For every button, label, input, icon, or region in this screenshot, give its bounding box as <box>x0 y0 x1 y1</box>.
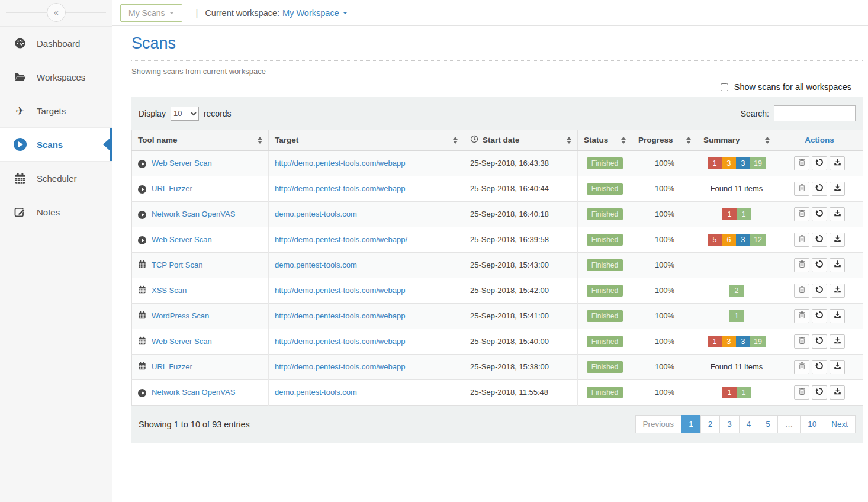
scan-name-link[interactable]: Web Server Scan <box>152 235 212 244</box>
main-content: Scans Showing scans from current workspa… <box>112 26 868 502</box>
search-input[interactable] <box>774 105 856 121</box>
restart-scan-button[interactable] <box>812 207 827 221</box>
scan-target: demo.pentest-tools.com <box>275 210 357 218</box>
workspace-name: My Workspace <box>282 8 339 18</box>
sidebar-item-scheduler[interactable]: Scheduler <box>0 162 112 195</box>
column-header-progress[interactable]: Progress <box>632 130 697 151</box>
pagination-page-3[interactable]: 3 <box>719 415 740 433</box>
scan-name-link[interactable]: WordPress Scan <box>152 311 209 320</box>
download-report-button[interactable] <box>830 182 845 196</box>
table-row: XSS Scanhttp://demo.pentest-tools.com/we… <box>132 278 863 303</box>
delete-scan-button[interactable] <box>794 385 809 400</box>
delete-scan-button[interactable] <box>794 182 809 196</box>
delete-scan-button[interactable] <box>794 360 809 374</box>
status-badge: Finished <box>587 336 623 347</box>
restart-scan-button[interactable] <box>812 284 827 298</box>
scan-name-link[interactable]: URL Fuzzer <box>152 184 192 193</box>
my-scans-label: My Scans <box>128 8 165 18</box>
restart-scan-button[interactable] <box>812 156 827 170</box>
scan-target: http://demo.pentest-tools.com/webapp <box>275 337 405 346</box>
trash-icon <box>798 158 806 168</box>
sidebar-item-label: Targets <box>37 106 66 116</box>
all-workspaces-checkbox-label[interactable]: Show scans for all workspaces <box>721 82 851 92</box>
summary-badge-green: 1 <box>729 310 744 322</box>
scan-target: http://demo.pentest-tools.com/webapp <box>275 362 405 371</box>
sidebar-item-notes[interactable]: Notes <box>0 195 112 229</box>
download-report-button[interactable] <box>830 284 845 298</box>
column-header-tool-name[interactable]: Tool name <box>132 130 269 151</box>
delete-scan-button[interactable] <box>794 156 809 170</box>
scan-start-date: 25-Sep-2018, 16:40:44 <box>470 184 549 193</box>
delete-scan-button[interactable] <box>794 309 809 323</box>
pagination-page-2[interactable]: 2 <box>700 415 721 433</box>
actions-cell <box>776 329 863 354</box>
restart-scan-button[interactable] <box>812 334 827 349</box>
restart-scan-button[interactable] <box>812 385 827 400</box>
pagination-page-4[interactable]: 4 <box>739 415 759 433</box>
actions-cell <box>776 227 863 252</box>
datatable-footer: Showing 1 to 10 of 93 entries Previous12… <box>131 406 863 443</box>
scan-name-link[interactable]: Network Scan OpenVAS <box>152 388 235 397</box>
restart-scan-button[interactable] <box>812 182 827 196</box>
scan-name-link[interactable]: Web Server Scan <box>152 159 212 168</box>
restart-scan-button[interactable] <box>812 258 827 272</box>
sidebar-item-dashboard[interactable]: Dashboard <box>0 27 112 60</box>
delete-scan-button[interactable] <box>794 233 809 247</box>
play-circle-icon <box>138 210 146 219</box>
pagination-next[interactable]: Next <box>824 415 856 433</box>
column-header-target[interactable]: Target <box>269 130 464 151</box>
play-circle-icon <box>138 159 146 168</box>
download-report-button[interactable] <box>830 156 845 170</box>
trash-icon <box>798 285 806 295</box>
my-scans-dropdown[interactable]: My Scans <box>120 4 182 22</box>
restart-scan-button[interactable] <box>812 233 827 247</box>
sidebar-item-scans[interactable]: Scans <box>0 128 112 162</box>
delete-scan-button[interactable] <box>794 207 809 221</box>
restart-scan-button[interactable] <box>812 309 827 323</box>
trash-icon <box>798 362 806 372</box>
scan-name-link[interactable]: Network Scan OpenVAS <box>152 210 235 218</box>
pagination-page-5[interactable]: 5 <box>758 415 778 433</box>
sidebar-item-targets[interactable]: ✈Targets <box>0 94 112 128</box>
scans-table: Tool nameTargetStart dateStatusProgressS… <box>131 130 863 406</box>
column-header-summary[interactable]: Summary <box>697 130 776 151</box>
summary-cell: 1 <box>697 303 776 329</box>
pagination-page-1[interactable]: 1 <box>681 415 701 433</box>
column-header-start-date[interactable]: Start date <box>464 130 578 151</box>
pagination-previous[interactable]: Previous <box>635 415 682 433</box>
scan-name-link[interactable]: Web Server Scan <box>152 337 212 346</box>
calendar-icon <box>138 362 146 372</box>
delete-scan-button[interactable] <box>794 284 809 298</box>
download-report-button[interactable] <box>830 309 845 323</box>
sidebar-collapse-button[interactable]: « <box>47 3 66 22</box>
download-report-button[interactable] <box>830 258 845 272</box>
scan-name-link[interactable]: URL Fuzzer <box>152 362 192 371</box>
download-report-button[interactable] <box>830 334 845 349</box>
status-badge: Finished <box>587 157 623 169</box>
search-label: Search: <box>741 109 769 118</box>
column-header-status[interactable]: Status <box>578 130 632 151</box>
download-icon <box>834 285 841 295</box>
download-report-button[interactable] <box>830 360 845 374</box>
download-report-button[interactable] <box>830 207 845 221</box>
clock-icon <box>470 135 478 145</box>
delete-scan-button[interactable] <box>794 334 809 349</box>
restart-scan-button[interactable] <box>812 360 827 374</box>
summary-cell: 11 <box>697 379 776 405</box>
download-report-button[interactable] <box>830 233 845 247</box>
download-icon <box>834 184 841 194</box>
download-icon <box>834 209 841 219</box>
records-label: records <box>204 109 232 118</box>
current-workspace-label: Current workspace: <box>205 8 279 18</box>
pagination-page-10[interactable]: 10 <box>800 415 824 433</box>
all-workspaces-checkbox[interactable] <box>721 83 728 91</box>
sidebar-item-workspaces[interactable]: Workspaces <box>0 60 112 94</box>
workspace-selector[interactable]: My Workspace <box>282 8 348 18</box>
scan-name-link[interactable]: XSS Scan <box>152 286 187 295</box>
download-report-button[interactable] <box>830 385 845 400</box>
delete-scan-button[interactable] <box>794 258 809 272</box>
play-circle-icon <box>138 184 146 194</box>
scan-name-link[interactable]: TCP Port Scan <box>152 260 202 269</box>
pagination-ellipsis: … <box>777 415 801 433</box>
records-per-page-select[interactable]: 10 <box>171 107 199 121</box>
